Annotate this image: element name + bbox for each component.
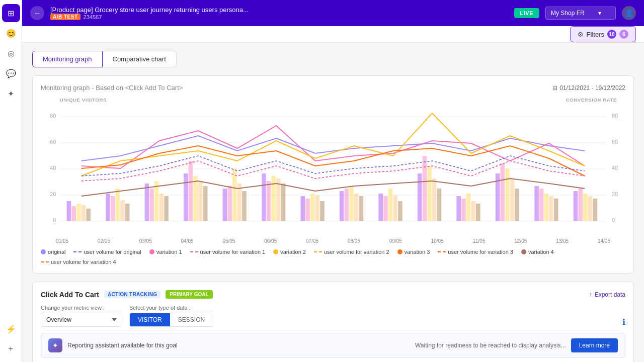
svg-rect-58 [359, 196, 364, 221]
svg-rect-87 [588, 196, 593, 221]
metric-controls: Change your metric view : Overview Conve… [41, 305, 625, 327]
metric-view-select[interactable]: Overview Conversion rate Revenue [41, 313, 121, 327]
session-button[interactable]: SESSION [170, 313, 213, 326]
svg-rect-30 [149, 189, 154, 221]
tab-monitoring-label: Monitoring graph [43, 55, 92, 63]
metric-view-label: Change your metric view : [41, 305, 121, 311]
sidebar-item-main[interactable]: ⊞ [2, 4, 20, 22]
legend-variation3-dot [397, 249, 403, 254]
tabs: Monitoring graph Comparative chart [32, 51, 634, 67]
inner-content: Monitoring graph Comparative chart Monit… [22, 43, 644, 362]
back-button[interactable]: ← [30, 6, 44, 20]
chart-title: Monitoring graph - Based on <Click Add T… [41, 84, 183, 92]
svg-rect-50 [305, 199, 310, 221]
filter-count-1: 10 [607, 30, 616, 39]
add-icon: + [9, 344, 13, 353]
svg-rect-83 [554, 199, 558, 221]
x-label-8: 09/05 [389, 238, 402, 244]
shop-selector[interactable]: My Shop FR ▾ [545, 7, 616, 20]
svg-rect-27 [120, 200, 125, 221]
filters-button[interactable]: ⚙ Filters 10 6 [570, 26, 636, 42]
svg-rect-62 [393, 195, 397, 221]
sidebar-item-chat[interactable]: 💬 [2, 64, 20, 82]
svg-rect-28 [125, 204, 130, 221]
svg-rect-56 [349, 186, 354, 221]
export-label: Export data [595, 291, 625, 298]
legend-variation4: variation 4 [521, 249, 554, 255]
legend-user-volume-variation2-line [314, 251, 322, 252]
svg-rect-70 [461, 199, 466, 221]
sidebar-item-add[interactable]: + [2, 340, 20, 358]
svg-rect-54 [340, 191, 344, 221]
chat-icon: 💬 [6, 69, 16, 78]
legend-original: original [41, 249, 65, 255]
sidebar-item-analytics[interactable]: 😊 [2, 24, 20, 42]
svg-rect-77 [510, 178, 515, 221]
svg-rect-85 [578, 189, 583, 221]
subheader: ⚙ Filters 10 6 [22, 26, 644, 43]
svg-rect-71 [466, 194, 471, 221]
svg-rect-40 [227, 186, 232, 221]
tab-comparative[interactable]: Comparative chart [103, 51, 177, 67]
svg-rect-32 [159, 194, 164, 221]
svg-rect-38 [203, 186, 208, 221]
bolt-icon: ⚡ [6, 324, 16, 334]
learn-more-button[interactable]: Learn more [571, 338, 618, 352]
legend-user-volume-original-label: user volume for original [84, 249, 141, 255]
svg-rect-43 [242, 191, 247, 221]
svg-rect-42 [237, 184, 242, 221]
waiting-text: Waiting for readiness to be reached to d… [415, 342, 566, 349]
x-label-4: 05/05 [222, 238, 235, 244]
session-label: SESSION [178, 316, 205, 323]
svg-rect-39 [223, 189, 227, 221]
svg-rect-23 [86, 209, 91, 221]
legend-user-volume-variation4: user volume for variation 4 [41, 259, 116, 265]
svg-rect-79 [534, 186, 539, 221]
legend-variation4-label: variation 4 [528, 249, 554, 255]
tab-monitoring[interactable]: Monitoring graph [32, 51, 103, 67]
ab-test-badge: A/B TEST [50, 14, 80, 20]
svg-text:0: 0 [612, 218, 615, 223]
x-label-11: 12/05 [514, 238, 527, 244]
sidebar-item-bolt[interactable]: ⚡ [2, 320, 20, 338]
topbar-right: LIVE My Shop FR ▾ 👤 [514, 6, 636, 20]
x-label-10: 11/05 [472, 238, 485, 244]
goal-section: Click Add To Cart ACTION TRACKING PRIMAR… [32, 282, 634, 362]
svg-rect-20 [71, 206, 76, 221]
data-type-label: Select your type of data : [129, 305, 213, 311]
legend-variation3-label: variation 3 [405, 249, 430, 255]
export-button[interactable]: ↑ Export data [589, 291, 625, 298]
svg-rect-51 [310, 194, 315, 221]
test-id: 234567 [84, 14, 102, 20]
visitor-button[interactable]: VISITOR [130, 313, 170, 326]
avatar[interactable]: 👤 [622, 6, 636, 20]
sidebar-item-settings[interactable]: ✦ [2, 84, 20, 103]
svg-rect-84 [574, 191, 578, 221]
svg-rect-78 [515, 189, 520, 221]
content-area: ⚙ Filters 10 6 Monitoring graph Comparat… [22, 26, 644, 362]
filter-icon: ⚙ [578, 31, 584, 38]
svg-rect-45 [267, 181, 271, 221]
x-label-9: 10/05 [431, 238, 444, 244]
svg-rect-72 [471, 201, 475, 221]
svg-rect-21 [76, 204, 81, 221]
svg-text:40: 40 [612, 165, 618, 171]
svg-text:100: 100 [44, 96, 53, 97]
export-icon: ↑ [589, 291, 592, 298]
legend-variation3: variation 3 [397, 249, 430, 255]
legend-variation2-dot [273, 249, 278, 254]
legend-user-volume-variation4-line [41, 261, 49, 262]
svg-text:80: 80 [612, 113, 618, 119]
svg-text:UNIQUE VISITORS: UNIQUE VISITORS [60, 98, 107, 103]
sidebar-item-search[interactable]: ◎ [2, 44, 20, 62]
legend-variation2: variation 2 [273, 249, 306, 255]
legend-variation1-label: variation 1 [156, 249, 182, 255]
reporting-banner: ✦ Reporting assistant available for this… [41, 333, 625, 358]
sidebar: ⊞ 😊 ◎ 💬 ✦ ⚡ + [0, 0, 22, 362]
chart-subtitle: - Based on <Click Add To Cart> [92, 84, 183, 92]
svg-rect-47 [276, 178, 281, 221]
info-circle-icon[interactable]: ℹ [622, 317, 625, 327]
x-label-13: 14/05 [598, 238, 610, 244]
svg-rect-53 [320, 201, 325, 221]
svg-rect-44 [262, 173, 266, 221]
